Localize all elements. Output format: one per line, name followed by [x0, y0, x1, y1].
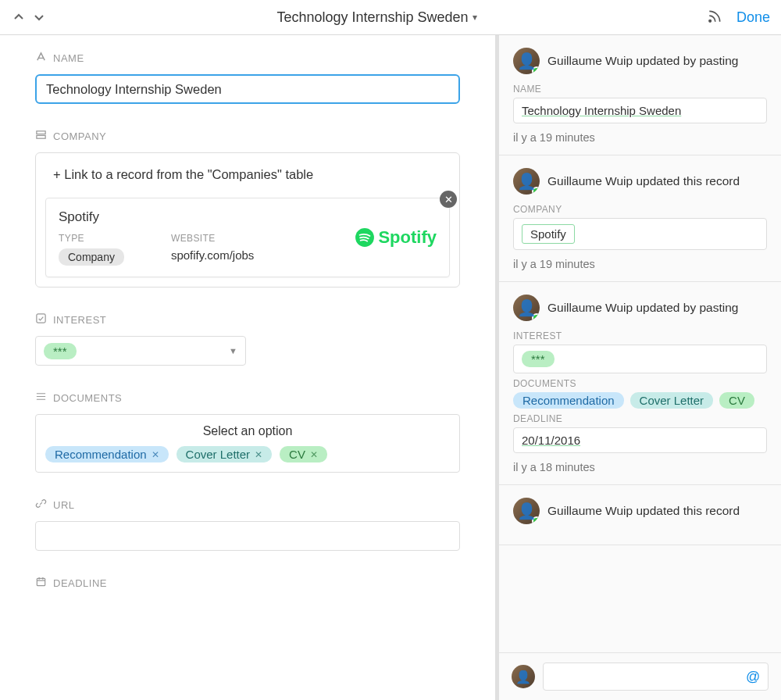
- documents-select-prompt[interactable]: Select an option: [45, 424, 450, 446]
- url-input[interactable]: [35, 521, 460, 551]
- caret-down-icon: ▾: [473, 12, 477, 23]
- activity-message: Guillaume Wuip updated by pasting: [547, 301, 738, 315]
- activity-change-value: Spotify: [513, 218, 767, 250]
- linked-record-website-value: spofify.com/jobs: [171, 248, 254, 262]
- record-nav: [11, 9, 47, 25]
- comment-input[interactable]: @: [543, 662, 769, 691]
- document-tag[interactable]: CV✕: [280, 446, 327, 462]
- link-record-placeholder: + Link to a record from the "Companies" …: [53, 167, 313, 182]
- field-label-deadline: DEADLINE: [53, 577, 107, 589]
- interest-select[interactable]: *** ▼: [35, 336, 246, 366]
- activity-item: Guillaume Wuip updated by pastingINTERES…: [499, 282, 781, 485]
- activity-change-label: COMPANY: [513, 204, 767, 215]
- mention-button[interactable]: @: [746, 669, 760, 685]
- field-label-documents: DOCUMENTS: [53, 392, 122, 404]
- remove-linked-record-button[interactable]: ✕: [440, 191, 457, 208]
- field-label-url: URL: [53, 499, 75, 511]
- link-record-icon: [35, 129, 47, 143]
- svg-rect-4: [37, 314, 45, 323]
- chevron-down-icon: [33, 11, 45, 23]
- field-label-interest: INTEREST: [53, 314, 106, 326]
- prev-record-button[interactable]: [11, 9, 27, 25]
- activity-change-value: 20/11/2016: [513, 427, 767, 453]
- activity-item: Guillaume Wuip updated this record: [499, 485, 781, 545]
- comment-bar: @: [499, 652, 781, 700]
- date-icon: [35, 576, 47, 590]
- activity-message: Guillaume Wuip updated by pasting: [547, 54, 738, 68]
- svg-rect-1: [37, 131, 45, 134]
- document-tag[interactable]: Cover Letter✕: [177, 446, 273, 462]
- avatar: [513, 168, 540, 195]
- field-label-name: NAME: [53, 52, 84, 64]
- activity-change-value: ***: [513, 345, 767, 373]
- linked-record-type-label: TYPE: [59, 233, 124, 244]
- header-bar: Technology Internship Sweden ▾ Done: [0, 0, 781, 35]
- activity-change-label: DEADLINE: [513, 413, 767, 424]
- documents-field: Select an option Recommendation✕ Cover L…: [35, 414, 460, 473]
- multi-select-icon: [35, 391, 47, 405]
- url-icon: [35, 498, 47, 512]
- next-record-button[interactable]: [31, 9, 47, 25]
- field-label-company: COMPANY: [53, 130, 106, 142]
- svg-point-0: [709, 20, 711, 22]
- activity-change-label: DOCUMENTS: [513, 378, 767, 389]
- linked-record-website-label: WEBSITE: [171, 233, 254, 244]
- activity-timestamp: il y a 19 minutes: [513, 131, 767, 144]
- activity-change-value: Technology Internship Sweden: [513, 98, 767, 123]
- linked-record-type-value: Company: [59, 248, 124, 266]
- presence-indicator: [532, 516, 540, 524]
- document-tag: Cover Letter: [630, 392, 714, 409]
- spotify-logo: Spotify: [351, 209, 437, 266]
- avatar: [513, 295, 540, 321]
- linked-record-title: Spotify: [59, 209, 351, 225]
- presence-indicator: [532, 313, 540, 321]
- remove-tag-icon[interactable]: ✕: [255, 449, 262, 460]
- chevron-up-icon: [12, 11, 25, 23]
- text-icon: [35, 51, 47, 65]
- caret-down-icon: ▼: [229, 346, 237, 355]
- activity-timestamp: il y a 19 minutes: [513, 258, 767, 270]
- document-tag[interactable]: Recommendation✕: [45, 446, 169, 462]
- activity-message: Guillaume Wuip updated this record: [547, 504, 740, 518]
- name-input[interactable]: [35, 74, 460, 104]
- record-title[interactable]: Technology Internship Sweden ▾: [47, 9, 707, 26]
- avatar: [512, 665, 535, 688]
- document-tag: CV: [719, 392, 754, 409]
- presence-indicator: [532, 187, 540, 195]
- rss-icon[interactable]: [707, 9, 722, 27]
- brand-name: Spotify: [378, 227, 437, 248]
- single-select-icon: [35, 312, 47, 327]
- record-form: NAME COMPANY + Link to a record from the…: [0, 35, 496, 700]
- record-title-text: Technology Internship Sweden: [276, 9, 468, 26]
- activity-change-label: INTEREST: [513, 330, 767, 341]
- linked-record-card[interactable]: Spotify TYPE Company WEBSITE spofify.com…: [45, 198, 450, 277]
- document-tag: Recommendation: [513, 392, 624, 409]
- activity-change-value: RecommendationCover LetterCV: [513, 392, 767, 409]
- avatar: [513, 498, 540, 524]
- company-field: + Link to a record from the "Companies" …: [35, 152, 460, 288]
- remove-tag-icon[interactable]: ✕: [152, 449, 159, 460]
- svg-rect-2: [37, 135, 45, 138]
- avatar: [513, 48, 540, 74]
- presence-indicator: [532, 66, 540, 74]
- activity-item: Guillaume Wuip updated by pastingNAMETec…: [499, 35, 781, 155]
- svg-rect-5: [37, 578, 45, 585]
- activity-item: Guillaume Wuip updated this recordCOMPAN…: [499, 155, 781, 282]
- link-record-button[interactable]: + Link to a record from the "Companies" …: [45, 162, 450, 187]
- remove-tag-icon[interactable]: ✕: [310, 449, 318, 460]
- done-button[interactable]: Done: [736, 9, 770, 26]
- activity-change-label: NAME: [513, 84, 767, 95]
- documents-tags: Recommendation✕ Cover Letter✕ CV✕: [45, 446, 450, 462]
- activity-message: Guillaume Wuip updated this record: [547, 174, 740, 188]
- activity-pane: Guillaume Wuip updated by pastingNAMETec…: [496, 35, 781, 700]
- interest-value: ***: [44, 343, 77, 359]
- activity-timestamp: il y a 18 minutes: [513, 461, 767, 473]
